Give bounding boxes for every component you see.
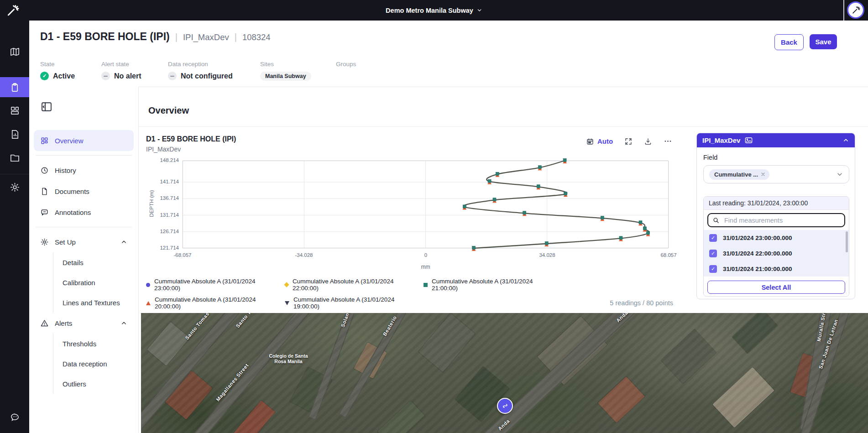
file-icon	[40, 187, 49, 196]
map-building	[661, 329, 716, 383]
status-bar: State Active Alert state No alert Data r…	[29, 55, 868, 87]
clock-icon	[40, 166, 49, 175]
dash-circle-icon	[168, 72, 177, 80]
legend-item[interactable]: Cummulative Absolute A (31/01/2024 21:00…	[424, 278, 557, 292]
panel-header[interactable]: IPI_MaxDev	[697, 133, 855, 147]
page-header: D1 - E59 BORE HOLE (IPI) | IPI_MaxDev | …	[29, 21, 868, 56]
satellite-map[interactable]: Santo TomasSanto TomasSolanaBeaterioAnda…	[141, 313, 868, 433]
comment-icon	[40, 208, 49, 217]
legend-item[interactable]: Cummulative Absolute A (31/01/2024 20:00…	[146, 296, 279, 310]
map-building	[377, 401, 425, 433]
map-building	[290, 367, 332, 414]
asset-id: 108324	[242, 32, 271, 42]
search-input[interactable]	[723, 216, 840, 224]
select-all-button[interactable]: Select All	[707, 281, 845, 294]
y-tick-label: 148.214	[146, 157, 179, 163]
map-road	[453, 313, 671, 433]
site-chip[interactable]: Manila Subway	[260, 72, 311, 81]
warning-icon	[40, 319, 49, 328]
nav-children: DetailsCalibrationLines and Textures	[53, 252, 138, 313]
checkbox-checked[interactable]	[709, 265, 717, 273]
scrollbar-thumb[interactable]	[846, 231, 848, 252]
map-building	[165, 370, 213, 420]
legend-label: Cummulative Absolute A (31/01/2024 22:00…	[293, 278, 418, 292]
sidebar-item-history[interactable]: History	[34, 160, 134, 181]
field-select[interactable]: Cummulative ...	[703, 165, 849, 183]
icon-rail	[0, 21, 29, 433]
chip-close-icon[interactable]	[760, 172, 766, 177]
rail-settings-icon[interactable]	[0, 177, 29, 197]
sidebar-item-lines-and-textures[interactable]: Lines and Textures	[53, 292, 138, 313]
download-icon[interactable]	[644, 137, 652, 146]
checkbox-checked[interactable]	[709, 234, 717, 242]
fullscreen-icon[interactable]	[624, 137, 633, 146]
measurement-row[interactable]: 31/01/2024 23:00:00.000	[704, 230, 849, 245]
app-logo-wand-icon[interactable]	[5, 4, 19, 17]
rail-map-icon[interactable]	[0, 42, 29, 61]
map-building	[598, 376, 645, 423]
legend-label: Cummulative Absolute A (31/01/2024 23:00…	[154, 278, 279, 292]
nav-children: ThresholdsData receptionOutliers	[53, 334, 138, 394]
rail-dashboard-icon[interactable]	[0, 101, 29, 120]
sidebar-item-details[interactable]: Details	[53, 252, 138, 272]
y-tick-label: 141.714	[146, 179, 179, 184]
y-tick-label: 126.714	[146, 229, 179, 234]
rail-files-icon[interactable]	[0, 148, 29, 167]
back-button[interactable]: Back	[774, 34, 804, 50]
project-selector[interactable]: Demo Metro Manila Subway	[386, 0, 482, 21]
save-button[interactable]: Save	[810, 34, 837, 49]
legend-label: Cummulative Absolute A (31/01/2024 19:00…	[293, 296, 418, 310]
legend-marker-triangle-down	[285, 301, 289, 305]
status-sites: Sites Manila Subway	[260, 61, 311, 81]
status-state: State Active	[40, 61, 75, 80]
x-tick-label: 0	[408, 252, 443, 258]
calendar-icon	[586, 137, 594, 146]
title-row: D1 - E59 BORE HOLE (IPI) | IPI_MaxDev | …	[40, 31, 271, 43]
asset-title: D1 - E59 BORE HOLE (IPI)	[40, 31, 170, 43]
last-reading: Last reading: 31/01/2024, 23:00:00	[704, 197, 849, 210]
check-circle-icon	[40, 72, 49, 80]
legend-item[interactable]: Cummulative Absolute A (31/01/2024 19:00…	[285, 296, 418, 310]
sidebar-item-data-reception[interactable]: Data reception	[53, 354, 138, 374]
chevron-up-icon	[120, 320, 127, 327]
street-label: Solana	[340, 313, 351, 328]
sidebar-item-annotations[interactable]: Annotations	[34, 202, 134, 223]
user-avatar[interactable]	[847, 1, 864, 19]
legend-marker-diamond	[284, 282, 289, 287]
sidebar-item-overview[interactable]: Overview	[34, 130, 134, 151]
rail-reports-icon[interactable]	[0, 125, 29, 144]
sidebar-item-set-up[interactable]: Set Up	[34, 231, 134, 252]
checkbox-checked[interactable]	[709, 250, 717, 257]
sidebar-item-documents[interactable]: Documents	[34, 181, 134, 202]
search-box	[707, 213, 845, 227]
asset-subtitle: IPI_MaxDev	[183, 32, 229, 42]
street-label: Magallanes Street	[215, 362, 250, 402]
measurement-label: 31/01/2024 22:00:00.000	[723, 250, 792, 257]
chart-plot	[183, 161, 669, 248]
measurement-row[interactable]: 31/01/2024 22:00:00.000	[704, 245, 849, 261]
legend-item[interactable]: Cummulative Absolute A (31/01/2024 22:00…	[285, 278, 418, 292]
rail-chat-icon[interactable]	[0, 407, 29, 427]
sidebar-item-thresholds[interactable]: Thresholds	[53, 334, 138, 354]
sidebar-collapse-icon[interactable]	[40, 100, 53, 113]
auto-range-button[interactable]: Auto	[586, 137, 613, 146]
sidebar-item-alerts[interactable]: Alerts	[34, 313, 134, 334]
map-building	[418, 313, 475, 372]
street-label: Anda	[615, 313, 629, 323]
rail-assets-icon[interactable]	[0, 77, 29, 97]
status-reception: Data reception Not configured	[168, 61, 233, 80]
legend-item[interactable]: Cummulative Absolute A (31/01/2024 23:00…	[146, 278, 279, 292]
title-separator: |	[175, 32, 178, 42]
sidebar-item-calibration[interactable]: Calibration	[53, 272, 138, 292]
grid-icon	[40, 136, 49, 145]
sensor-map-marker[interactable]	[497, 398, 513, 414]
y-tick-label: 121.714	[146, 245, 179, 250]
readings-count: 5 readings / 80 points	[610, 299, 673, 307]
more-options-icon[interactable]	[664, 137, 672, 146]
sidebar-item-label: Documents	[55, 188, 89, 195]
measurement-row[interactable]: 31/01/2024 21:00:00.000	[704, 261, 849, 276]
sidebar-item-outliers[interactable]: Outliers	[53, 374, 138, 394]
secondary-sidebar: OverviewHistoryDocumentsAnnotationsSet U…	[29, 87, 139, 433]
map-building	[455, 366, 509, 422]
x-tick-label: -68.057	[165, 252, 200, 258]
